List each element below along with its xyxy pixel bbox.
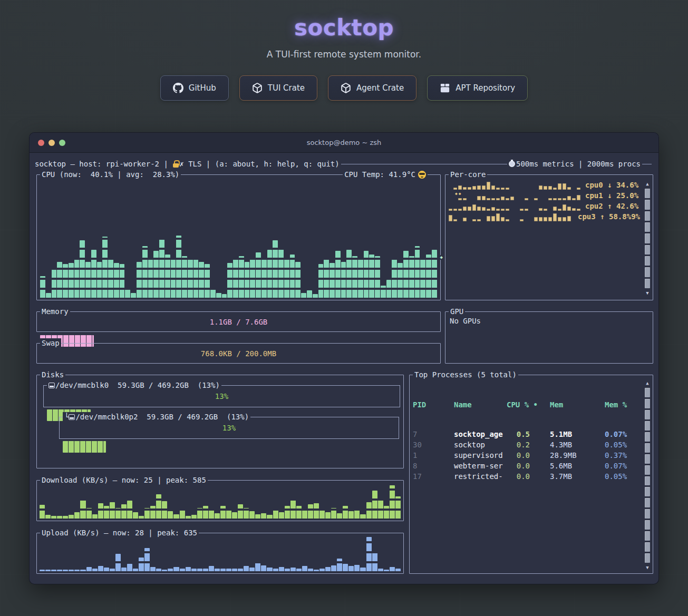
scrollbar-thumb-block[interactable]	[645, 245, 650, 255]
scrollbar-thumb-block[interactable]	[645, 189, 650, 198]
download-bar	[168, 511, 173, 519]
scrollbar-thumb-block[interactable]	[645, 443, 650, 453]
tui-crate-button[interactable]: TUI Crate	[239, 75, 317, 101]
scrollbar-thumb-block[interactable]	[645, 410, 650, 419]
core-bar	[487, 209, 490, 211]
apt-repository-button[interactable]: APT Repository	[427, 75, 528, 101]
cell-mempct: 0.07%	[605, 429, 641, 439]
scrollbar-thumb-block[interactable]	[645, 256, 650, 266]
column-header-mem-pct[interactable]: Mem %	[605, 399, 641, 410]
scrollbar-thumb-block[interactable]	[645, 399, 650, 408]
download-bar	[57, 516, 62, 519]
cpu-bar	[375, 256, 380, 298]
upload-bar	[40, 570, 45, 571]
column-header-mem[interactable]: Mem	[550, 399, 605, 410]
disk-gauge: 13%	[47, 390, 396, 402]
per-core-rows: cpu0 ↓ 34.6%◆◆cpu1 ↓ 25.0%cpu2 ↑ 42.6%cp…	[449, 179, 640, 221]
download-bar	[390, 485, 395, 519]
scrollbar-thumb-block[interactable]	[645, 487, 650, 496]
upload-bar	[285, 569, 290, 571]
download-bar	[354, 509, 360, 519]
core-bar	[463, 198, 467, 200]
disk-subpanel: /dev/mmcblk0 59.3GB / 469.2GB (13%) 13%	[43, 385, 400, 407]
core-bar	[539, 217, 542, 221]
process-row[interactable]: 17restricted-0.03.7MB0.05%	[410, 471, 641, 482]
upload-bar	[273, 569, 278, 571]
column-header-cpu[interactable]: CPU % •	[507, 399, 550, 410]
cpu-bar	[426, 255, 431, 298]
cpu-bar	[114, 263, 119, 298]
cpu-bar	[233, 259, 238, 298]
memory-value: 1.1GB / 7.6GB	[40, 316, 437, 328]
scrollbar-thumb-block[interactable]	[645, 465, 650, 475]
scroll-down-icon[interactable]: ▼	[646, 290, 648, 296]
process-row[interactable]: 1supervisord0.028.9MB0.37%	[410, 450, 641, 461]
scrollbar-track[interactable]	[645, 388, 650, 563]
core-bar	[567, 207, 571, 211]
scroll-up-icon[interactable]: ▲	[646, 181, 648, 187]
scrollbar-thumb-block[interactable]	[645, 211, 650, 221]
scrollbar-thumb-block[interactable]	[645, 520, 650, 530]
github-button[interactable]: GitHub	[160, 75, 229, 101]
processes-scrollbar[interactable]: ▲▼	[644, 380, 651, 570]
core-bar	[477, 185, 481, 190]
upload-bar	[133, 569, 138, 571]
core-bar	[510, 197, 514, 200]
tui-crate-button-label: TUI Crate	[268, 83, 305, 93]
cpu-bar	[176, 236, 181, 298]
column-header-name[interactable]: Name	[454, 399, 507, 410]
core-bar	[563, 217, 566, 221]
cell-mempct: 0.05%	[605, 471, 641, 482]
cpu-bar	[74, 259, 80, 298]
scrollbar-thumb-block[interactable]	[645, 279, 650, 288]
scrollbar-thumb-block[interactable]	[645, 388, 650, 397]
cell-name: webterm-ser	[454, 461, 507, 471]
core-bar	[501, 217, 505, 221]
scrollbar-thumb-block[interactable]	[645, 498, 650, 507]
github-button-label: GitHub	[189, 83, 216, 93]
cpu-bar	[245, 262, 250, 298]
scrollbar-thumb-block[interactable]	[645, 509, 650, 519]
scrollbar-thumb-block[interactable]	[645, 222, 650, 232]
download-bar	[186, 516, 191, 519]
cell-mem: 4.3MB	[550, 439, 605, 450]
scrollbar-thumb-block[interactable]	[645, 553, 650, 563]
scrollbar-thumb-block[interactable]	[645, 531, 650, 541]
core-bar	[577, 209, 580, 211]
scrollbar-thumb-block[interactable]	[645, 454, 650, 464]
cell-cpu: 0.0	[507, 461, 550, 471]
core-bar	[468, 207, 471, 211]
scrollbar-thumb-block[interactable]	[645, 476, 650, 486]
close-window-icon[interactable]	[38, 140, 44, 146]
core-bar	[572, 198, 576, 200]
maximize-window-icon[interactable]	[59, 140, 65, 146]
gpu-panel-title: GPU	[449, 307, 465, 316]
status-line: socktop — host: rpi-worker-2 | ✗ TLS | (…	[35, 159, 653, 169]
scroll-down-icon[interactable]: ▼	[646, 565, 648, 570]
process-row[interactable]: 30socktop0.24.3MB0.05%	[410, 439, 641, 450]
agent-crate-button[interactable]: Agent Crate	[328, 75, 416, 101]
cpu-bar	[46, 293, 51, 298]
upload-bar	[290, 568, 296, 571]
upload-bar	[209, 566, 214, 571]
scrollbar-track[interactable]	[645, 189, 650, 288]
process-row[interactable]: 7socktop_age0.55.1MB0.07%	[410, 429, 641, 439]
minimize-window-icon[interactable]	[49, 140, 55, 146]
scrollbar-thumb-block[interactable]	[645, 432, 650, 442]
download-bar	[110, 502, 115, 519]
core-bar	[567, 196, 571, 200]
per-core-scrollbar[interactable]: ▲▼	[644, 181, 651, 296]
download-bar	[162, 501, 167, 519]
scroll-up-icon[interactable]: ▲	[646, 380, 648, 386]
scrollbar-thumb-block[interactable]	[645, 200, 650, 209]
cell-mem: 5.1MB	[550, 429, 605, 439]
process-row[interactable]: 8webterm-ser0.05.6MB0.07%	[410, 461, 641, 471]
scrollbar-thumb-block[interactable]	[645, 421, 650, 431]
core-bar	[477, 219, 481, 221]
scrollbar-thumb-block[interactable]	[645, 267, 650, 277]
cpu-bar	[159, 238, 164, 298]
column-header-pid[interactable]: PID	[413, 399, 454, 410]
scrollbar-thumb-block[interactable]	[645, 233, 650, 243]
gpu-panel: GPU No GPUs	[445, 311, 653, 364]
scrollbar-thumb-block[interactable]	[645, 542, 650, 552]
